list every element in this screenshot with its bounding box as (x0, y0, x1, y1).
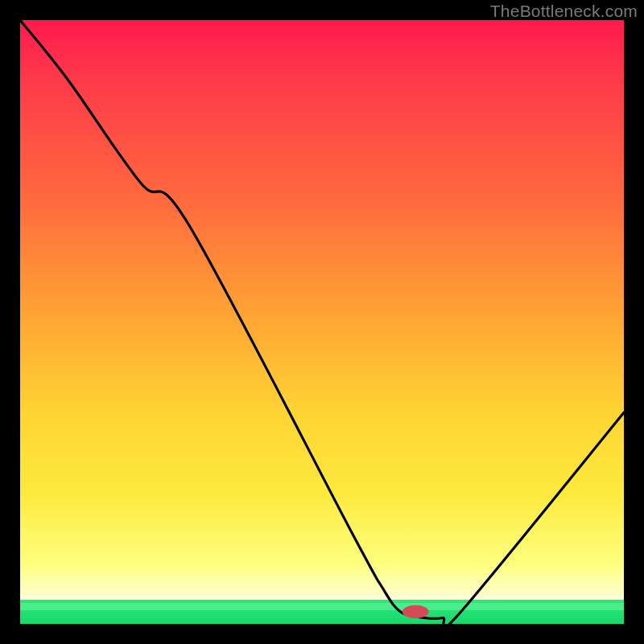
optimal-point-marker (402, 605, 429, 619)
curve-layer (20, 20, 624, 624)
plot-area (20, 20, 624, 624)
bottleneck-curve-path (20, 20, 624, 629)
watermark-text: TheBottleneck.com (490, 2, 638, 21)
chart-frame: TheBottleneck.com (0, 0, 644, 644)
